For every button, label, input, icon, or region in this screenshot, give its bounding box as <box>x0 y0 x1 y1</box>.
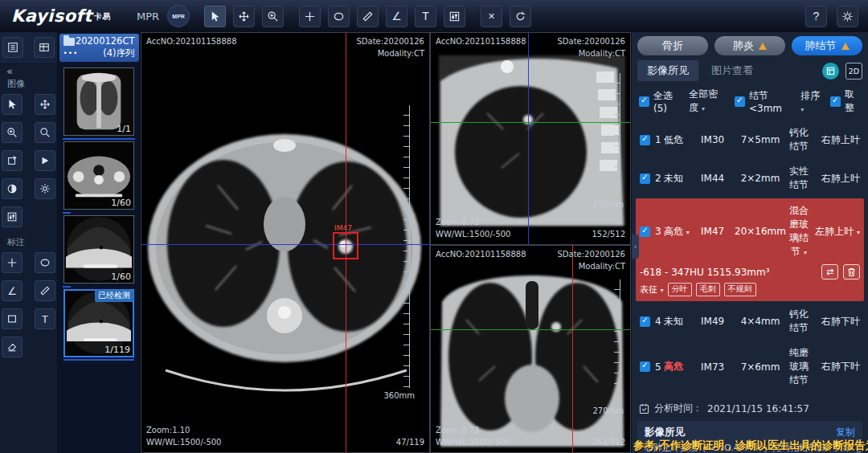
left-tool-sidebar: « 图像 标注 ∠ T <box>0 32 58 453</box>
image-number: IM30 <box>701 134 735 145</box>
series-list-button[interactable] <box>2 37 23 58</box>
more-icon: ••• <box>63 47 79 59</box>
nodule-row-2[interactable]: 2 未知 IM44 2×2mm 实性结节 右肺上叶 <box>637 159 862 198</box>
eraser-button[interactable] <box>2 337 23 357</box>
report-preview-button[interactable] <box>822 63 839 80</box>
zoom-in-tool-button[interactable] <box>2 122 23 143</box>
thumbnail-count: 1/119 <box>104 345 130 355</box>
subtab-image-view[interactable]: 图片查看 <box>711 60 753 81</box>
axial-viewport[interactable]: IM47 360mm AccNO:202101158888 SDate:2020… <box>141 32 430 453</box>
nodule-row-3-selected[interactable]: 3 高危 ▾ IM47 20×16mm 混合磨玻璃结节 ▾ 左肺上叶 ▾ -61… <box>636 198 864 301</box>
panel-collapse-handle[interactable]: › <box>632 235 639 259</box>
nodule-row-4[interactable]: 4 未知 IM49 4×4mm 钙化结节 右肺下叶 <box>637 302 862 341</box>
2d-view-button[interactable]: 2D <box>845 63 862 80</box>
rotate-image-button[interactable] <box>2 150 23 171</box>
feature-tag: 毛刺 <box>696 283 720 296</box>
small-nodule-checkbox[interactable] <box>735 96 745 107</box>
pan-tool-button[interactable] <box>233 6 255 27</box>
axial-slice-number: 47/119 <box>396 436 424 448</box>
brightness-button[interactable] <box>35 178 55 199</box>
angle-tool-button[interactable]: ∠ <box>386 6 407 27</box>
collapse-sidebar-button[interactable]: « <box>0 64 57 77</box>
window-level-button[interactable] <box>444 6 465 27</box>
tab-lung-nodule[interactable]: 肺结节 <box>792 36 862 55</box>
cursor-icon <box>6 99 18 110</box>
trash-icon <box>847 267 856 277</box>
round-label: 取整 <box>845 88 861 115</box>
delete-annotation-button[interactable]: × <box>481 6 502 27</box>
crosshair-annotation-button[interactable] <box>2 252 23 273</box>
eraser-icon <box>6 341 18 353</box>
play-icon <box>39 155 51 166</box>
copy-findings-button[interactable]: 复制 <box>836 426 855 439</box>
play-cine-button[interactable] <box>35 150 55 171</box>
tab-pneumonia[interactable]: 肺炎 <box>714 36 785 55</box>
nodule-checkbox[interactable] <box>640 316 650 327</box>
select-all-checkbox[interactable] <box>639 96 649 107</box>
magnify-tool-button[interactable] <box>35 122 55 143</box>
thumbnail-scout[interactable]: 1/1 <box>63 67 134 136</box>
nodule-location-dropdown[interactable]: 左肺上叶 ▾ <box>812 225 860 239</box>
nodule-checkbox[interactable] <box>640 361 650 372</box>
nodule-type-dropdown[interactable]: 混合磨玻璃结节 ▾ <box>786 204 812 259</box>
sagittal-zoom-info: Zoom:0.73WW/WL:1500/-500 <box>436 216 511 240</box>
subtab-findings[interactable]: 影像所见 <box>637 60 698 81</box>
nodule-location: 右肺上叶 <box>812 133 860 147</box>
settings-button[interactable] <box>837 6 858 27</box>
feature-dropdown[interactable]: 表征 ▾ <box>640 284 664 296</box>
sagittal-viewport[interactable]: 270mm AccNO:202101158888 SDate:20200126M… <box>430 32 631 245</box>
text-annotation-button[interactable]: T <box>35 308 55 329</box>
angle-icon: ∠ <box>7 285 17 297</box>
density-dropdown[interactable]: 全部密度 ▾ <box>689 88 727 115</box>
series-header[interactable]: 20200126CT •••(4)序列 <box>59 34 139 62</box>
nodule-row-1[interactable]: 1 低危 IM30 7×5mm 钙化结节 右肺上叶 <box>637 120 862 159</box>
measure-tool-button[interactable] <box>357 6 379 27</box>
app-window: Kayisoft卡易 MPR MPR ∠ T × <box>0 0 868 453</box>
nodule-checkbox[interactable] <box>640 226 650 237</box>
feature-tag: 分叶 <box>668 283 692 296</box>
measure-annotation-button[interactable] <box>35 280 55 301</box>
nodule-checkbox[interactable] <box>640 135 650 145</box>
pan-tool-button[interactable] <box>35 94 55 115</box>
thumbnail-series-2[interactable]: 1/60 <box>63 141 134 210</box>
nodule-row-5[interactable]: 5 高危 IM73 7×6mm 纯磨玻璃结节 右肺下叶 <box>637 341 862 393</box>
nodule-size: 2×2mm <box>735 173 786 184</box>
text-tool-button[interactable]: T <box>415 6 436 27</box>
ellipse-annotation-button[interactable] <box>35 252 55 273</box>
zoom-tool-button[interactable] <box>262 6 284 27</box>
thumbnail-count: 1/60 <box>111 198 131 208</box>
tab-fracture[interactable]: 骨折 <box>637 36 708 55</box>
delete-nodule-button[interactable] <box>843 264 860 280</box>
reset-button[interactable] <box>510 6 531 27</box>
thumbnail-count: 1/60 <box>111 271 131 282</box>
nodule-roi-box[interactable] <box>333 232 358 259</box>
cursor-tool-button[interactable] <box>2 94 23 115</box>
localizer-tool-button[interactable] <box>299 6 321 27</box>
thumbnail-series-3[interactable]: 1/60 <box>63 215 134 284</box>
logo-suffix: 卡易 <box>94 12 111 21</box>
ai-module-tabs: 骨折 肺炎 肺结节 <box>637 36 862 55</box>
nodule-location: 右肺上叶 <box>812 172 860 186</box>
help-button[interactable]: ? <box>805 6 827 27</box>
panel-subtabs: 影像所见 图片查看 2D <box>637 59 862 81</box>
risk-level-dropdown[interactable]: 高危 ▾ <box>664 225 701 239</box>
cursor-tool-button[interactable] <box>204 6 226 27</box>
coronal-viewport[interactable]: 270mm AccNO:202101158888 SDate:20200126M… <box>430 245 631 453</box>
pan-icon <box>39 99 51 110</box>
text-icon: T <box>42 313 48 325</box>
sort-dropdown[interactable]: 排序 ▾ <box>800 89 822 114</box>
rectangle-annotation-button[interactable] <box>2 308 23 329</box>
compare-button[interactable]: ⇄ <box>821 264 838 280</box>
window-level-button[interactable] <box>2 206 23 227</box>
angle-annotation-button[interactable]: ∠ <box>2 280 23 301</box>
nodule-checkbox[interactable] <box>640 173 650 184</box>
ellipse-icon <box>333 10 345 22</box>
round-checkbox[interactable] <box>830 96 841 107</box>
ellipse-tool-button[interactable] <box>328 6 350 27</box>
mpr-button[interactable]: MPR <box>167 5 190 27</box>
thumbnail-series-4-selected[interactable]: 已经检测 1/119 <box>63 289 134 357</box>
coronal-study-info: SDate:20200126Modality:CT <box>557 248 625 272</box>
layout-button[interactable] <box>34 37 55 58</box>
invert-contrast-button[interactable] <box>2 178 23 199</box>
coronal-ct-image <box>431 246 631 452</box>
